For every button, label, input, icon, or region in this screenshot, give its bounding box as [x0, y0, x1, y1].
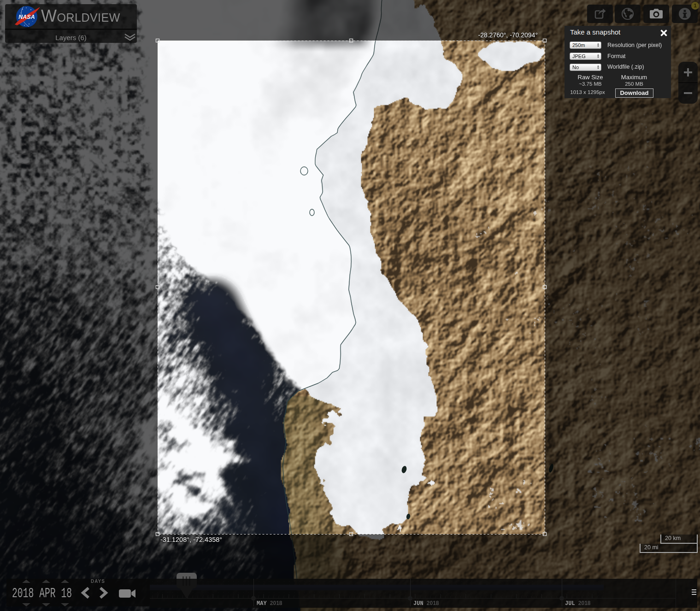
svg-text:NASA: NASA — [18, 14, 35, 20]
